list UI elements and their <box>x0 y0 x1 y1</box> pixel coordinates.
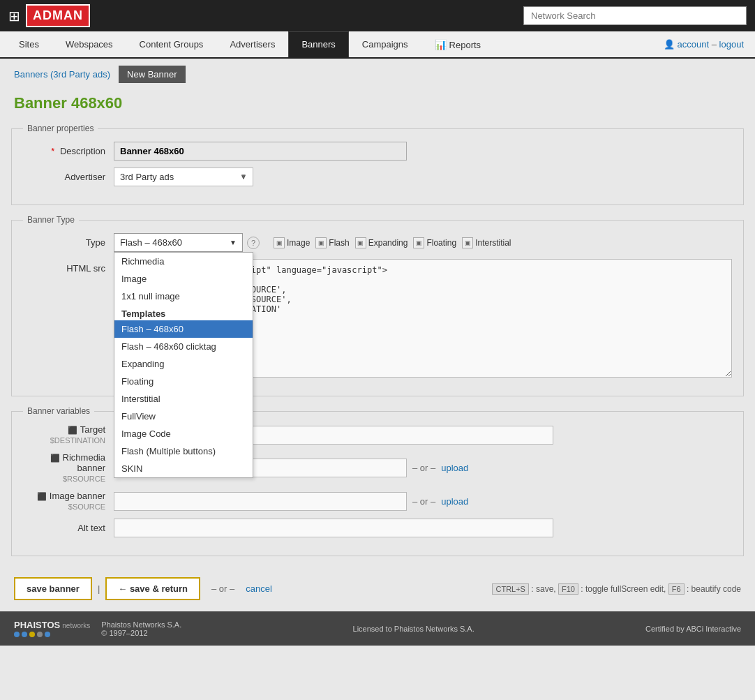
dropdown-item-skin[interactable]: SKIN <box>114 460 253 477</box>
type-icon-floating[interactable]: ▣ Floating <box>413 237 456 248</box>
type-icon-expanding[interactable]: ▣ Expanding <box>355 237 408 248</box>
advertiser-label: Advertiser <box>23 172 114 182</box>
dropdown-item-expanding[interactable]: Expanding <box>114 355 253 373</box>
logout-link[interactable]: logout <box>719 39 744 50</box>
flash-type-icon: ▣ <box>315 237 327 248</box>
breadcrumb-link[interactable]: Banners (3rd Party ads) <box>14 69 110 80</box>
interstitial-type-icon: ▣ <box>462 237 473 248</box>
richmedia-label: Richmedia banner <box>63 452 105 473</box>
footer-company-name: Phaistos Networks S.A. <box>101 620 181 629</box>
shortcut-hints: CTRL+S : save, F10 : toggle fullScreen e… <box>492 584 741 594</box>
image-banner-row: ⬛ Image banner $SOURCE – or – upload <box>23 491 732 512</box>
save-banner-button[interactable]: save banner <box>14 577 92 600</box>
banner-properties-legend: Banner properties <box>23 124 98 133</box>
richmedia-icon: ⬛ <box>50 454 60 462</box>
nav-advertisers[interactable]: Advertisers <box>216 31 288 57</box>
image-banner-input[interactable] <box>114 492 407 511</box>
footer-copyright: © 1997–2012 <box>101 629 181 637</box>
description-row: * Description <box>23 142 732 161</box>
description-label: * Description <box>23 146 114 156</box>
account-area: 👤 account – logout <box>664 39 755 50</box>
type-selector[interactable]: Flash – 468x60 ▼ Richmedia Image 1x1 nul… <box>114 233 243 252</box>
nav-webspaces[interactable]: Webspaces <box>52 31 126 57</box>
footer-licensed: Licensed to Phaistos Networks S.A. <box>353 625 474 633</box>
dropdown-item-flash-468-clicktag[interactable]: Flash – 468x60 clicktag <box>114 338 253 355</box>
dropdown-item-image-code[interactable]: Image Code <box>114 425 253 442</box>
footer-certified: Certified by ABCi Interactive <box>645 625 741 633</box>
advertiser-select[interactable]: 3rd Party ads ▼ <box>114 167 253 186</box>
dropdown-item-image[interactable]: Image <box>114 270 253 288</box>
network-search-input[interactable] <box>523 6 747 25</box>
target-sublabel: $DESTINATION <box>50 436 105 445</box>
richmedia-upload-link[interactable]: upload <box>441 463 468 473</box>
banner-variables-legend: Banner variables <box>23 406 94 416</box>
dropdown-item-richmedia[interactable]: Richmedia <box>114 253 253 270</box>
dropdown-item-floating[interactable]: Floating <box>114 373 253 390</box>
type-label: Type <box>23 233 114 248</box>
help-icon[interactable]: ? <box>247 237 260 249</box>
banner-type-legend: Banner Type <box>23 215 79 225</box>
main-navigation: Sites Webspaces Content Groups Advertise… <box>6 31 494 57</box>
shortcut-f6: F6 <box>668 583 685 595</box>
floating-type-icon: ▣ <box>413 237 424 248</box>
target-label: Target <box>80 424 105 435</box>
alttext-input[interactable] <box>114 519 553 537</box>
html-src-label: HTML src <box>23 259 114 274</box>
dropdown-item-null-image[interactable]: 1x1 null image <box>114 288 253 305</box>
user-icon: 👤 <box>664 39 675 50</box>
richmedia-sublabel: $RSOURCE <box>63 475 105 483</box>
type-row: Type Flash – 468x60 ▼ Richmedia Image 1x… <box>23 233 732 252</box>
bottom-or-text: – or – <box>206 583 240 594</box>
shortcut-ctrl-s: CTRL+S <box>492 583 529 595</box>
footer-dots <box>14 632 90 637</box>
bottom-action-bar: save banner | ← save & return – or – can… <box>0 566 755 611</box>
app-logo: ADMAN <box>26 4 90 27</box>
type-dropdown-trigger[interactable]: Flash – 468x60 ▼ <box>114 233 243 252</box>
cancel-link[interactable]: cancel <box>246 583 272 594</box>
advertiser-dropdown-arrow: ▼ <box>240 173 247 181</box>
dropdown-item-fullview[interactable]: FullView <box>114 408 253 425</box>
save-return-button[interactable]: ← save & return <box>105 577 200 600</box>
footer: PHAISTOS networks Phaistos Networks S.A.… <box>0 611 755 646</box>
dropdown-item-interstitial[interactable]: Interstitial <box>114 390 253 408</box>
type-icon-flash[interactable]: ▣ Flash <box>315 237 349 248</box>
bar-chart-icon: 📊 <box>435 39 447 50</box>
shortcut-f10: F10 <box>558 583 578 595</box>
nav-sites[interactable]: Sites <box>6 31 52 57</box>
dropdown-group-templates: Templates <box>114 305 253 320</box>
description-input[interactable] <box>114 142 407 161</box>
type-dropdown-list[interactable]: Richmedia Image 1x1 null image Templates… <box>114 252 253 478</box>
alttext-label: Alt text <box>77 523 105 533</box>
image-banner-icon: ⬛ <box>37 492 47 500</box>
type-dropdown-arrow: ▼ <box>230 239 237 246</box>
dropdown-item-flash-multiple[interactable]: Flash (Multiple buttons) <box>114 442 253 460</box>
type-icons-row: ▣ Image ▣ Flash ▣ Expanding ▣ Floating ▣ <box>274 237 511 248</box>
nav-content-groups[interactable]: Content Groups <box>126 31 217 57</box>
footer-networks-label: networks <box>62 622 90 630</box>
image-type-icon: ▣ <box>274 237 285 248</box>
banner-properties-section: Banner properties * Description Advertis… <box>11 124 744 205</box>
image-upload-link[interactable]: upload <box>441 496 468 507</box>
image-banner-sublabel: $SOURCE <box>68 502 105 511</box>
banner-type-section: Banner Type Type Flash – 468x60 ▼ Richme… <box>11 215 744 396</box>
image-banner-or-text: – or – <box>407 496 441 507</box>
page-title: Banner 468x60 <box>0 87 755 124</box>
dropdown-item-flash-468[interactable]: Flash – 468x60 <box>114 320 253 338</box>
expanding-type-icon: ▣ <box>355 237 366 248</box>
nav-banners[interactable]: Banners <box>288 31 348 57</box>
richmedia-or-text: – or – <box>407 463 441 473</box>
alttext-row: Alt text <box>23 519 732 537</box>
type-icon-image[interactable]: ▣ Image <box>274 237 310 248</box>
nav-campaigns[interactable]: Campaigns <box>349 31 421 57</box>
image-banner-label: Image banner <box>50 491 105 501</box>
advertiser-row: Advertiser 3rd Party ads ▼ <box>23 167 732 186</box>
footer-company-logo: PHAISTOS <box>14 620 60 630</box>
type-icon-interstitial[interactable]: ▣ Interstitial <box>462 237 511 248</box>
nav-reports[interactable]: 📊 Reports <box>421 31 495 57</box>
target-icon: ⬛ <box>68 426 77 434</box>
logo-icon: ⊞ <box>8 8 20 24</box>
new-banner-button[interactable]: New Banner <box>119 66 186 83</box>
logo-area: ⊞ ADMAN <box>8 4 90 27</box>
account-link[interactable]: account <box>678 39 710 50</box>
